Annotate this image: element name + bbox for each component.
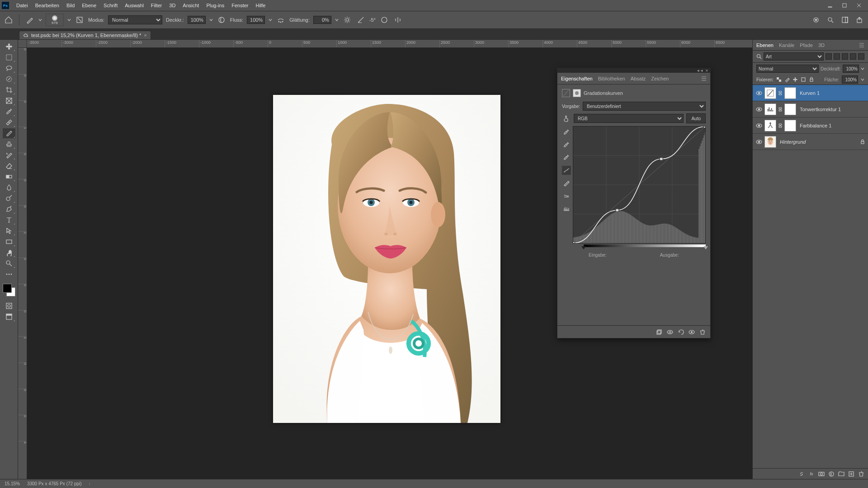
clip-to-layer-icon[interactable] [656, 329, 662, 335]
marquee-tool[interactable] [3, 52, 15, 62]
eraser-tool[interactable] [3, 161, 15, 171]
menu-3d[interactable]: 3D [165, 0, 179, 11]
filter-pixel-icon[interactable] [826, 53, 832, 60]
panel-menu-icon[interactable] [701, 76, 707, 81]
view-previous-icon[interactable] [667, 329, 673, 335]
fill-opacity-input[interactable] [842, 75, 858, 84]
finger-icon[interactable] [562, 114, 571, 123]
link-layers-icon[interactable] [798, 471, 805, 477]
ruler-vertical[interactable]: 0001000200030004 [18, 48, 27, 479]
dodge-tool[interactable] [3, 193, 15, 203]
share-icon[interactable] [854, 15, 864, 25]
lock-pixels-icon[interactable] [784, 77, 790, 82]
blur-tool[interactable] [3, 183, 15, 192]
brush-preset[interactable]: 678 [46, 14, 64, 26]
tab-eigenschaften[interactable]: Eigenschaften [561, 76, 593, 81]
brush-panel-icon[interactable] [75, 15, 85, 25]
crop-tool[interactable] [3, 85, 15, 95]
brush-tool[interactable] [3, 128, 15, 138]
tab-kanaele[interactable]: Kanäle [779, 42, 794, 48]
mask-thumbnail[interactable] [784, 87, 796, 99]
quickmask-tool[interactable] [3, 301, 15, 311]
menu-plugins[interactable]: Plug-ins [203, 0, 228, 11]
panel-menu-icon[interactable] [859, 42, 864, 48]
menu-ebene[interactable]: Ebene [78, 0, 100, 11]
move-tool[interactable] [3, 42, 15, 52]
menu-auswahl[interactable]: Auswahl [121, 0, 147, 11]
menu-bild[interactable]: Bild [63, 0, 78, 11]
tab-absatz[interactable]: Absatz [631, 76, 646, 81]
home-icon[interactable] [4, 15, 14, 25]
menu-bearbeiten[interactable]: Bearbeiten [32, 0, 63, 11]
screenmode-tool[interactable] [3, 312, 15, 322]
pen-tool[interactable] [3, 204, 15, 214]
search-icon[interactable] [826, 15, 835, 25]
gradient-tool[interactable] [3, 172, 15, 182]
chevron-down-icon[interactable] [861, 78, 864, 81]
frame-tool[interactable] [3, 96, 15, 106]
document-tab[interactable]: test.psdc bei 15,2% (Kurven 1, Ebenenmas… [19, 31, 151, 39]
minimize-button[interactable] [823, 0, 837, 10]
smoothing-input[interactable] [313, 16, 331, 24]
group-icon[interactable] [838, 471, 844, 477]
pressure-size-icon[interactable] [379, 15, 389, 25]
document-dimensions[interactable]: 3300 Px x 4765 Px (72 ppi) [27, 481, 82, 486]
menu-hilfe[interactable]: Hilfe [252, 0, 269, 11]
adjustment-icon[interactable] [764, 87, 776, 99]
visibility-toggle[interactable] [755, 138, 763, 145]
eyedropper-tool[interactable] [3, 107, 15, 117]
menu-fenster[interactable]: Fenster [228, 0, 252, 11]
tab-3d[interactable]: 3D [818, 42, 825, 48]
layer-row[interactable]: Kurven 1 [753, 85, 868, 101]
reset-icon[interactable] [678, 329, 684, 335]
pressure-opacity-icon[interactable] [217, 15, 226, 25]
clip-histogram-tool[interactable] [562, 204, 571, 213]
menu-ansicht[interactable]: Ansicht [179, 0, 203, 11]
black-white-slider[interactable] [584, 244, 706, 250]
foreground-color[interactable] [3, 284, 12, 293]
chevron-down-icon[interactable] [67, 18, 71, 22]
layer-name[interactable]: Kurven 1 [798, 90, 865, 96]
link-mask-icon[interactable] [778, 122, 783, 129]
white-point-handle[interactable] [703, 246, 708, 249]
black-point-handle[interactable] [581, 246, 586, 249]
preset-select[interactable]: Benutzerdefiniert [583, 102, 706, 111]
quick-selection-tool[interactable] [3, 74, 15, 84]
menu-schrift[interactable]: Schrift [100, 0, 121, 11]
adjustment-icon[interactable] [764, 120, 776, 131]
layer-thumbnail[interactable] [764, 136, 776, 148]
point-curve-tool[interactable] [562, 166, 571, 175]
delete-layer-icon[interactable] [858, 471, 864, 477]
visibility-toggle[interactable] [755, 106, 763, 113]
chevron-down-icon[interactable] [861, 67, 864, 70]
filter-adjust-icon[interactable] [834, 53, 840, 60]
close-panel-button[interactable]: ✕ [705, 69, 708, 73]
channel-select[interactable]: RGB [574, 114, 684, 123]
layer-name[interactable]: Hintergrund [778, 139, 858, 145]
visibility-toggle[interactable] [755, 89, 763, 97]
gray-point-tool[interactable] [562, 153, 571, 162]
layer-row[interactable]: Farbbalance 1 [753, 117, 868, 134]
gear-icon[interactable] [342, 15, 352, 25]
tab-zeichen[interactable]: Zeichen [651, 76, 669, 81]
document-canvas[interactable] [273, 95, 500, 423]
blend-mode-select[interactable]: Normal [108, 15, 162, 24]
layer-blend-select[interactable]: Normal [756, 65, 819, 73]
auto-button[interactable]: Auto [686, 113, 706, 123]
chevron-down-icon[interactable] [269, 18, 272, 22]
healing-tool[interactable] [3, 117, 15, 127]
symmetry-icon[interactable] [393, 15, 403, 25]
adjustment-icon[interactable] [764, 103, 776, 115]
close-button[interactable] [852, 0, 866, 10]
tab-bibliotheken[interactable]: Bibliotheken [598, 76, 625, 81]
smooth-curve-tool[interactable] [562, 191, 571, 200]
tab-pfade[interactable]: Pfade [800, 42, 813, 48]
menu-datei[interactable]: Datei [13, 0, 32, 11]
workspace-icon[interactable] [840, 15, 850, 25]
filter-type-icon[interactable] [842, 53, 848, 60]
mask-thumbnail[interactable] [784, 120, 796, 131]
ruler-horizontal[interactable]: -3500-3000-2500-2000-1500-1000-500050010… [27, 40, 752, 48]
ruler-origin[interactable] [18, 40, 27, 48]
angle-value[interactable]: -5° [369, 17, 376, 23]
panel-drag-handle[interactable]: ◄◄ ✕ [557, 68, 710, 73]
